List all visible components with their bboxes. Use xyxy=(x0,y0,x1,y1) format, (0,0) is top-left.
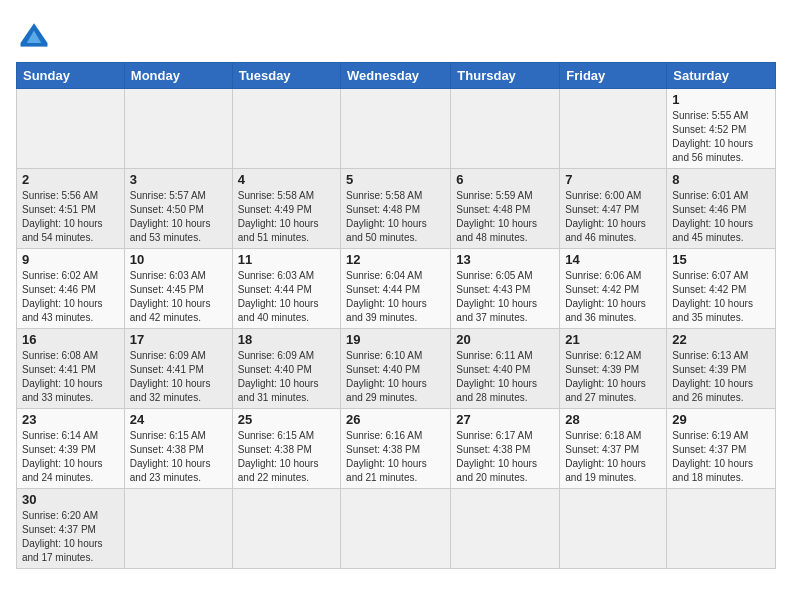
day-number: 22 xyxy=(672,332,770,347)
calendar-cell: 20Sunrise: 6:11 AMSunset: 4:40 PMDayligh… xyxy=(451,329,560,409)
calendar-week-5: 23Sunrise: 6:14 AMSunset: 4:39 PMDayligh… xyxy=(17,409,776,489)
day-info: Sunrise: 6:01 AMSunset: 4:46 PMDaylight:… xyxy=(672,189,770,245)
page: SundayMondayTuesdayWednesdayThursdayFrid… xyxy=(0,0,792,579)
day-info: Sunrise: 6:00 AMSunset: 4:47 PMDaylight:… xyxy=(565,189,661,245)
calendar-cell: 21Sunrise: 6:12 AMSunset: 4:39 PMDayligh… xyxy=(560,329,667,409)
day-number: 4 xyxy=(238,172,335,187)
day-info: Sunrise: 6:12 AMSunset: 4:39 PMDaylight:… xyxy=(565,349,661,405)
day-info: Sunrise: 6:10 AMSunset: 4:40 PMDaylight:… xyxy=(346,349,445,405)
day-number: 28 xyxy=(565,412,661,427)
day-number: 18 xyxy=(238,332,335,347)
calendar-cell xyxy=(560,489,667,569)
day-number: 8 xyxy=(672,172,770,187)
day-info: Sunrise: 5:56 AMSunset: 4:51 PMDaylight:… xyxy=(22,189,119,245)
calendar-week-2: 2Sunrise: 5:56 AMSunset: 4:51 PMDaylight… xyxy=(17,169,776,249)
calendar-week-3: 9Sunrise: 6:02 AMSunset: 4:46 PMDaylight… xyxy=(17,249,776,329)
calendar-cell: 3Sunrise: 5:57 AMSunset: 4:50 PMDaylight… xyxy=(124,169,232,249)
day-number: 3 xyxy=(130,172,227,187)
col-header-monday: Monday xyxy=(124,63,232,89)
day-info: Sunrise: 6:09 AMSunset: 4:41 PMDaylight:… xyxy=(130,349,227,405)
day-info: Sunrise: 6:07 AMSunset: 4:42 PMDaylight:… xyxy=(672,269,770,325)
calendar-cell: 9Sunrise: 6:02 AMSunset: 4:46 PMDaylight… xyxy=(17,249,125,329)
calendar-cell: 8Sunrise: 6:01 AMSunset: 4:46 PMDaylight… xyxy=(667,169,776,249)
calendar-cell: 1Sunrise: 5:55 AMSunset: 4:52 PMDaylight… xyxy=(667,89,776,169)
day-number: 19 xyxy=(346,332,445,347)
calendar-cell: 10Sunrise: 6:03 AMSunset: 4:45 PMDayligh… xyxy=(124,249,232,329)
calendar-cell: 2Sunrise: 5:56 AMSunset: 4:51 PMDaylight… xyxy=(17,169,125,249)
day-info: Sunrise: 6:06 AMSunset: 4:42 PMDaylight:… xyxy=(565,269,661,325)
logo xyxy=(16,16,58,52)
day-info: Sunrise: 5:57 AMSunset: 4:50 PMDaylight:… xyxy=(130,189,227,245)
day-info: Sunrise: 6:05 AMSunset: 4:43 PMDaylight:… xyxy=(456,269,554,325)
day-number: 29 xyxy=(672,412,770,427)
calendar-cell: 16Sunrise: 6:08 AMSunset: 4:41 PMDayligh… xyxy=(17,329,125,409)
day-number: 10 xyxy=(130,252,227,267)
day-info: Sunrise: 5:55 AMSunset: 4:52 PMDaylight:… xyxy=(672,109,770,165)
calendar-cell: 12Sunrise: 6:04 AMSunset: 4:44 PMDayligh… xyxy=(341,249,451,329)
day-number: 1 xyxy=(672,92,770,107)
day-number: 2 xyxy=(22,172,119,187)
day-info: Sunrise: 6:16 AMSunset: 4:38 PMDaylight:… xyxy=(346,429,445,485)
calendar-cell: 25Sunrise: 6:15 AMSunset: 4:38 PMDayligh… xyxy=(232,409,340,489)
calendar-cell xyxy=(667,489,776,569)
day-number: 6 xyxy=(456,172,554,187)
col-header-sunday: Sunday xyxy=(17,63,125,89)
day-number: 20 xyxy=(456,332,554,347)
day-number: 17 xyxy=(130,332,227,347)
calendar-table: SundayMondayTuesdayWednesdayThursdayFrid… xyxy=(16,62,776,569)
calendar-cell: 6Sunrise: 5:59 AMSunset: 4:48 PMDaylight… xyxy=(451,169,560,249)
day-info: Sunrise: 6:03 AMSunset: 4:45 PMDaylight:… xyxy=(130,269,227,325)
calendar-cell: 26Sunrise: 6:16 AMSunset: 4:38 PMDayligh… xyxy=(341,409,451,489)
day-number: 12 xyxy=(346,252,445,267)
day-info: Sunrise: 6:14 AMSunset: 4:39 PMDaylight:… xyxy=(22,429,119,485)
header xyxy=(16,16,776,52)
calendar-cell xyxy=(124,89,232,169)
calendar-cell: 24Sunrise: 6:15 AMSunset: 4:38 PMDayligh… xyxy=(124,409,232,489)
day-info: Sunrise: 6:02 AMSunset: 4:46 PMDaylight:… xyxy=(22,269,119,325)
day-number: 11 xyxy=(238,252,335,267)
calendar-cell: 15Sunrise: 6:07 AMSunset: 4:42 PMDayligh… xyxy=(667,249,776,329)
day-info: Sunrise: 6:04 AMSunset: 4:44 PMDaylight:… xyxy=(346,269,445,325)
day-number: 30 xyxy=(22,492,119,507)
calendar-cell: 28Sunrise: 6:18 AMSunset: 4:37 PMDayligh… xyxy=(560,409,667,489)
generalblue-logo-icon xyxy=(16,16,52,52)
calendar-week-6: 30Sunrise: 6:20 AMSunset: 4:37 PMDayligh… xyxy=(17,489,776,569)
day-info: Sunrise: 6:11 AMSunset: 4:40 PMDaylight:… xyxy=(456,349,554,405)
day-number: 26 xyxy=(346,412,445,427)
col-header-thursday: Thursday xyxy=(451,63,560,89)
day-info: Sunrise: 6:17 AMSunset: 4:38 PMDaylight:… xyxy=(456,429,554,485)
day-info: Sunrise: 6:15 AMSunset: 4:38 PMDaylight:… xyxy=(238,429,335,485)
calendar-cell xyxy=(232,489,340,569)
day-number: 5 xyxy=(346,172,445,187)
col-header-saturday: Saturday xyxy=(667,63,776,89)
calendar-header-row: SundayMondayTuesdayWednesdayThursdayFrid… xyxy=(17,63,776,89)
calendar-cell: 19Sunrise: 6:10 AMSunset: 4:40 PMDayligh… xyxy=(341,329,451,409)
calendar-cell: 18Sunrise: 6:09 AMSunset: 4:40 PMDayligh… xyxy=(232,329,340,409)
day-info: Sunrise: 5:59 AMSunset: 4:48 PMDaylight:… xyxy=(456,189,554,245)
calendar-cell xyxy=(341,489,451,569)
calendar-cell xyxy=(341,89,451,169)
day-info: Sunrise: 6:13 AMSunset: 4:39 PMDaylight:… xyxy=(672,349,770,405)
calendar-cell xyxy=(451,489,560,569)
day-number: 13 xyxy=(456,252,554,267)
calendar-week-4: 16Sunrise: 6:08 AMSunset: 4:41 PMDayligh… xyxy=(17,329,776,409)
day-number: 15 xyxy=(672,252,770,267)
day-number: 21 xyxy=(565,332,661,347)
calendar-cell: 30Sunrise: 6:20 AMSunset: 4:37 PMDayligh… xyxy=(17,489,125,569)
day-number: 27 xyxy=(456,412,554,427)
day-number: 23 xyxy=(22,412,119,427)
calendar-cell: 27Sunrise: 6:17 AMSunset: 4:38 PMDayligh… xyxy=(451,409,560,489)
day-info: Sunrise: 5:58 AMSunset: 4:49 PMDaylight:… xyxy=(238,189,335,245)
day-info: Sunrise: 6:03 AMSunset: 4:44 PMDaylight:… xyxy=(238,269,335,325)
day-info: Sunrise: 6:08 AMSunset: 4:41 PMDaylight:… xyxy=(22,349,119,405)
calendar-cell: 29Sunrise: 6:19 AMSunset: 4:37 PMDayligh… xyxy=(667,409,776,489)
col-header-wednesday: Wednesday xyxy=(341,63,451,89)
day-number: 9 xyxy=(22,252,119,267)
calendar-cell: 7Sunrise: 6:00 AMSunset: 4:47 PMDaylight… xyxy=(560,169,667,249)
calendar-cell: 17Sunrise: 6:09 AMSunset: 4:41 PMDayligh… xyxy=(124,329,232,409)
calendar-cell xyxy=(451,89,560,169)
col-header-friday: Friday xyxy=(560,63,667,89)
day-number: 16 xyxy=(22,332,119,347)
day-info: Sunrise: 6:19 AMSunset: 4:37 PMDaylight:… xyxy=(672,429,770,485)
calendar-cell: 14Sunrise: 6:06 AMSunset: 4:42 PMDayligh… xyxy=(560,249,667,329)
